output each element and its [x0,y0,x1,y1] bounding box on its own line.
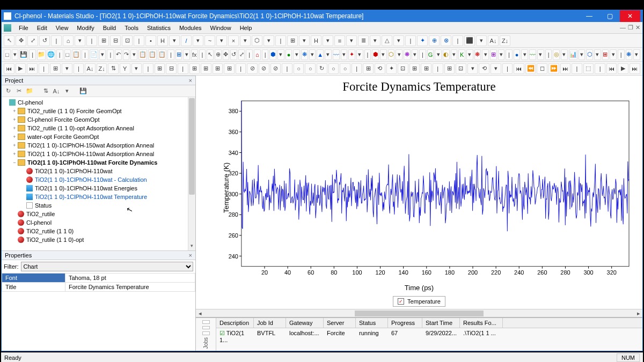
toolbar-button[interactable]: ⏪ [525,63,536,74]
filter-select[interactable]: Chart [21,262,194,271]
jobs-stop-icon[interactable] [202,331,210,335]
tree-item[interactable]: Status [3,201,194,210]
toolbar-button[interactable]: ⏭ [27,63,38,74]
toolbar-button[interactable]: ▾ [356,49,363,60]
toolbar-button[interactable]: ⬡ [586,49,593,60]
toolbar-button[interactable]: ▾ [467,63,478,74]
toolbar-button[interactable]: / [181,35,192,46]
toolbar-button[interactable]: | [364,49,371,60]
toolbar-button[interactable]: 〰 [333,49,340,60]
toolbar-button[interactable]: • [145,35,156,46]
mdi-close-icon[interactable]: ✕ [635,24,640,31]
toolbar-button[interactable]: ▾ [99,49,106,60]
toolbar-button[interactable]: | [39,63,49,74]
toolbar-button[interactable]: ⊟ [166,63,177,74]
toolbar-button[interactable]: 📋 [72,49,80,60]
property-row[interactable]: TitleForcite Dynamics Temperature [2,283,195,292]
toolbar-button[interactable]: ▾ [491,63,501,74]
toolbar-button[interactable]: ⟲ [479,63,489,74]
toolbar-button[interactable]: ▾ [131,63,142,74]
menu-window[interactable]: Window [206,23,236,33]
toolbar-button[interactable]: | [618,49,625,60]
toolbar-button[interactable]: Y [120,63,130,74]
refresh-icon[interactable]: ↻ [4,87,12,95]
toolbar-button[interactable]: | [107,49,114,60]
tree-item[interactable]: TiO2(1 1 0)-1ClPhOH-110wat Energies [3,184,194,193]
toolbar-button[interactable]: ▾ [594,49,601,60]
toolbar-button[interactable]: | [405,35,416,46]
toolbar-button[interactable]: ⏩ [548,63,559,74]
toolbar-button[interactable]: Z↓ [500,35,510,46]
toolbar-button[interactable]: ⊡ [122,35,133,46]
toolbar-button[interactable]: ▾ [412,49,419,60]
toolbar-button[interactable]: ⊗ [441,35,451,46]
toolbar-button[interactable]: | [29,49,36,60]
jobs-tab[interactable]: Jobs [203,337,209,349]
tree-item[interactable]: +TiO2_rutile (1 1 0)-opt Adsorption Anne… [3,124,194,132]
tree-item[interactable]: TiO2(1 1 0)-1ClPhOH-110wat [3,167,194,175]
toolbar-button[interactable]: | [433,63,443,74]
save-icon[interactable]: 💾 [79,87,87,95]
toolbar-button[interactable]: 📄 [90,49,98,60]
toolbar-button[interactable]: ≡ [334,35,345,46]
toolbar-button[interactable]: A↓ [85,63,96,74]
toolbar-button[interactable]: ~ [204,35,215,46]
toolbar-button[interactable]: ▾ [393,35,404,46]
delete-icon[interactable]: ✂ [14,87,23,95]
toolbar-button[interactable]: | [51,35,62,46]
menu-modify[interactable]: Modify [72,23,98,33]
toolbar-button[interactable]: ⊞ [155,63,165,74]
toolbar-button[interactable]: △ [382,35,392,46]
toolbar-button[interactable]: ▾ [62,63,72,74]
toolbar-button[interactable]: fx [191,49,198,60]
toolbar-button[interactable]: | [199,49,206,60]
jobs-column-header[interactable]: Status [356,318,388,328]
toolbar-button[interactable]: ↺ [230,49,237,60]
toolbar-button[interactable]: 📋 [138,49,147,60]
toolbar-button[interactable]: ⊘ [259,63,269,74]
toolbar-button[interactable]: | [282,63,292,74]
toolbar-button[interactable]: | [86,35,97,46]
sort-icon[interactable]: ⇅ [41,87,50,95]
toolbar-button[interactable]: ▾ [633,49,640,60]
mdi-minimize-icon[interactable]: — [620,24,626,31]
toolbar-button[interactable]: 📋 [148,49,157,60]
toolbar-button[interactable]: ⊕ [429,35,440,46]
mdi-restore-icon[interactable]: ❐ [628,24,633,31]
toolbar-button[interactable]: ● [514,49,521,60]
toolbar-button[interactable]: ▲ [317,49,324,60]
toolbar-button[interactable]: | [419,49,426,60]
toolbar-button[interactable]: | [262,49,269,60]
toolbar-button[interactable]: ⊞ [421,63,431,74]
project-tree[interactable]: Cl-phenol+TiO2_rutile (1 1 0) Forcite Ge… [2,97,195,250]
tree-item[interactable]: Cl-phenol [3,218,194,227]
toolbar-button[interactable]: ▾ [537,49,544,60]
tree-item[interactable]: −TiO2(1 1 0)-1ClPhOH-110wat Forcite Dyna… [3,158,194,167]
toolbar-button[interactable]: ❋ [404,49,411,60]
toolbar-button[interactable]: ▾ [466,49,473,60]
toolbar-button[interactable]: ⇅ [108,63,119,74]
toolbar-button[interactable]: ⏮ [514,63,524,74]
toolbar-button[interactable]: 💾 [19,49,28,60]
toolbar-button[interactable]: ↖ [207,49,214,60]
toolbar-button[interactable]: ▾ [610,49,617,60]
toolbar-button[interactable]: 🌐 [47,49,55,60]
toolbar-button[interactable]: ▾ [323,35,333,46]
toolbar-button[interactable]: | [452,35,463,46]
toolbar-button[interactable]: 〰 [529,49,536,60]
toolbar-button[interactable]: ○ [305,63,316,74]
menu-modules[interactable]: Modules [175,23,206,33]
toolbar-button[interactable]: ▾ [169,35,180,46]
toolbar-button[interactable]: ◐ [443,49,450,60]
toolbar-button[interactable]: ⬢ [269,49,276,60]
toolbar-button[interactable]: ✦ [386,63,397,74]
toolbar-button[interactable]: ⤢ [27,35,38,46]
toolbar-button[interactable]: ▾ [264,35,274,46]
toolbar-button[interactable]: ↻ [317,63,327,74]
tree-item[interactable]: +TiO2(1 1 0)-1ClPhOH-110wat Adsorption A… [3,150,194,158]
scroll-left-icon[interactable]: ◂ [196,310,204,317]
toolbar-button[interactable]: H [311,35,321,46]
toolbar-button[interactable]: ↷ [123,49,130,60]
toolbar-button[interactable]: ○ [340,63,350,74]
jobs-column-header[interactable]: Start Time [422,318,460,328]
